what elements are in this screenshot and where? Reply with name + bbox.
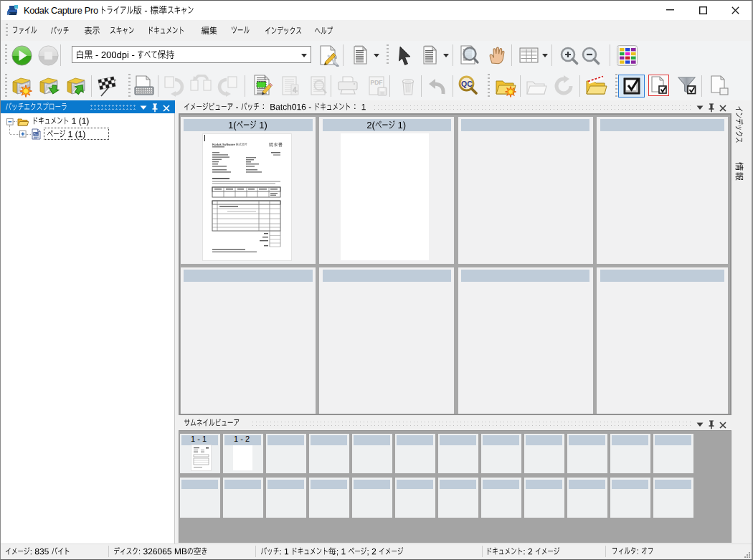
- svg-text:PDF: PDF: [371, 79, 383, 86]
- svg-text:QC: QC: [461, 80, 473, 88]
